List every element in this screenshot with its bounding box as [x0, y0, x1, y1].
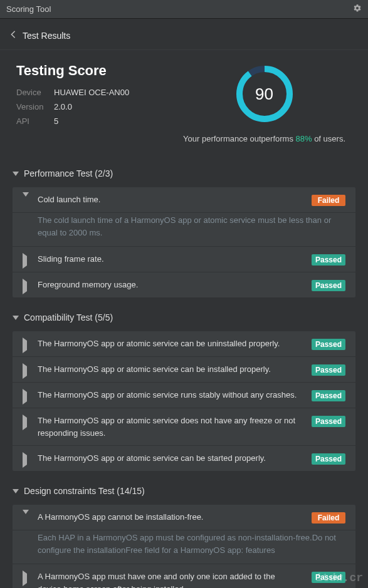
status-badge: Passed: [312, 572, 345, 583]
test-label: Foreground memory usage.: [38, 279, 304, 291]
test-row[interactable]: A HarmonyOS app cannot be installation-f…: [13, 505, 355, 530]
device-row: Device HUAWEI OCE-AN00: [16, 88, 183, 97]
status-badge: Failed: [312, 195, 345, 206]
chevron-right-icon: [23, 341, 30, 350]
chevron-down-icon: [13, 172, 19, 176]
status-badge: Passed: [312, 416, 345, 427]
test-row[interactable]: A HarmonyOS app must have one and only o…: [13, 564, 355, 588]
page-title: Testing Score: [16, 63, 183, 79]
status-badge: Passed: [312, 453, 345, 465]
chevron-right-icon: [23, 455, 30, 465]
outperform-pct: 88%: [296, 134, 312, 143]
section-header-compatibility[interactable]: Compatibility Test (5/5): [0, 304, 368, 331]
performance-group: Cold launch time. Failed The cold launch…: [13, 187, 355, 297]
version-key: Version: [16, 102, 54, 111]
status-badge: Passed: [312, 254, 345, 266]
test-label: A HarmonyOS app cannot be installation-f…: [38, 511, 304, 524]
version-val: 2.0.0: [54, 102, 72, 111]
chevron-right-icon: [23, 392, 30, 401]
status-badge: Passed: [312, 280, 345, 291]
compatibility-group: The HarmonyOS app or atomic service can …: [13, 331, 355, 471]
version-row: Version 2.0.0: [16, 102, 183, 111]
test-row[interactable]: The HarmonyOS app or atomic service does…: [13, 408, 355, 446]
status-badge: Passed: [312, 390, 345, 401]
section-title: Design constraints Test (14/15): [24, 486, 145, 496]
test-label: The HarmonyOS app or atomic service does…: [38, 415, 304, 439]
titlebar: Scoring Tool: [0, 0, 368, 19]
section-title: Performance Test (2/3): [24, 168, 113, 178]
outperform-text: Your performance outperforms 88% of user…: [183, 134, 345, 143]
test-row[interactable]: Foreground memory usage. Passed: [13, 272, 355, 297]
back-button[interactable]: Test Results: [0, 19, 368, 50]
test-row[interactable]: Sliding frame rate. Passed: [13, 247, 355, 272]
chevron-left-icon: [10, 30, 16, 41]
status-badge: Passed: [312, 364, 345, 376]
content-area: Test Results Testing Score Device HUAWEI…: [0, 19, 368, 588]
chevron-down-icon: [23, 197, 30, 206]
test-row[interactable]: Cold launch time. Failed: [13, 187, 355, 213]
test-description: The cold launch time of a HarmonyOS app …: [13, 213, 355, 247]
api-val: 5: [54, 116, 58, 126]
api-row: API 5: [16, 116, 183, 126]
outperform-suffix: of users.: [312, 134, 345, 143]
chevron-right-icon: [23, 418, 30, 427]
status-badge: Failed: [312, 512, 345, 524]
back-label: Test Results: [23, 31, 70, 41]
device-val: HUAWEI OCE-AN00: [54, 88, 129, 97]
chevron-right-icon: [23, 574, 30, 583]
score-ring: 90: [233, 63, 296, 125]
chevron-right-icon: [23, 256, 30, 266]
section-header-design[interactable]: Design constraints Test (14/15): [0, 477, 368, 505]
test-row[interactable]: The HarmonyOS app or atomic service can …: [13, 446, 355, 471]
test-label: The HarmonyOS app or atomic service runs…: [38, 389, 304, 401]
status-badge: Passed: [312, 339, 345, 350]
chevron-right-icon: [23, 366, 30, 376]
header-section: Testing Score Device HUAWEI OCE-AN00 Ver…: [0, 50, 368, 160]
test-row[interactable]: The HarmonyOS app or atomic service runs…: [13, 383, 355, 408]
chevron-down-icon: [23, 514, 30, 524]
chevron-down-icon: [13, 489, 19, 493]
api-key: API: [16, 116, 54, 126]
score-value: 90: [233, 63, 296, 125]
header-left: Testing Score Device HUAWEI OCE-AN00 Ver…: [16, 63, 183, 143]
test-label: The HarmonyOS app or atomic service can …: [38, 338, 304, 350]
header-right: 90 Your performance outperforms 88% of u…: [183, 63, 352, 143]
window-title: Scoring Tool: [6, 4, 51, 14]
test-label: Cold launch time.: [38, 193, 304, 206]
test-row[interactable]: The HarmonyOS app or atomic service can …: [13, 357, 355, 383]
chevron-down-icon: [13, 316, 19, 320]
test-description: Each HAP in a HarmonyOS app must be conf…: [13, 530, 355, 564]
test-label: The HarmonyOS app or atomic service can …: [38, 452, 304, 465]
device-key: Device: [16, 88, 54, 97]
test-label: A HarmonyOS app must have one and only o…: [38, 570, 304, 588]
design-group: A HarmonyOS app cannot be installation-f…: [13, 505, 355, 588]
test-row[interactable]: The HarmonyOS app or atomic service can …: [13, 331, 355, 357]
section-title: Compatibility Test (5/5): [24, 312, 113, 322]
test-label: The HarmonyOS app or atomic service can …: [38, 363, 304, 376]
outperform-prefix: Your performance outperforms: [183, 134, 295, 143]
chevron-right-icon: [23, 282, 30, 291]
test-label: Sliding frame rate.: [38, 253, 304, 266]
gear-icon[interactable]: [353, 4, 362, 14]
section-header-performance[interactable]: Performance Test (2/3): [0, 160, 368, 187]
